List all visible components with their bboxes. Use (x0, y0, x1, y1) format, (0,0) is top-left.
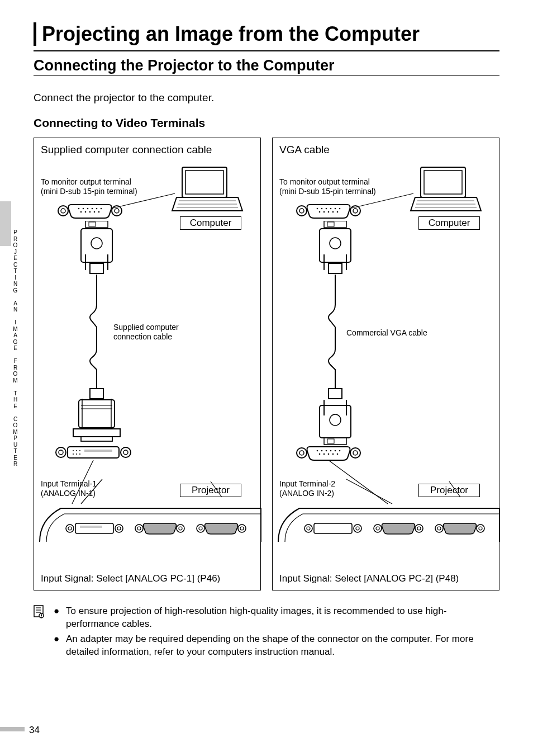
svg-line-115 (329, 460, 388, 504)
svg-point-124 (376, 527, 379, 530)
svg-point-57 (135, 525, 143, 532)
svg-point-114 (337, 453, 339, 455)
panel-right-title: VGA cable (279, 144, 492, 156)
svg-rect-35 (81, 437, 112, 441)
svg-rect-0 (182, 167, 227, 197)
title-block: Projecting an Image from the Computer (34, 22, 499, 46)
laptop-icon (171, 166, 244, 216)
svg-point-104 (317, 450, 318, 452)
svg-rect-22 (89, 222, 96, 226)
leader-bottom-left (54, 460, 255, 505)
svg-point-109 (339, 450, 341, 452)
svg-point-36 (56, 447, 66, 457)
svg-rect-1 (185, 171, 223, 194)
svg-line-20 (113, 193, 175, 208)
svg-point-42 (76, 450, 77, 451)
svg-point-82 (328, 211, 330, 213)
svg-rect-136 (41, 615, 42, 617)
svg-line-85 (352, 193, 413, 208)
svg-point-108 (335, 450, 336, 452)
cable-label-right: Commercial VGA cable (346, 328, 427, 338)
svg-point-100 (297, 448, 307, 458)
svg-rect-66 (424, 171, 462, 194)
svg-point-58 (137, 527, 141, 530)
cable-assembly-right (307, 221, 374, 456)
svg-rect-55 (75, 523, 113, 533)
svg-point-64 (240, 527, 244, 530)
svg-rect-34 (73, 429, 120, 437)
svg-rect-27 (90, 263, 103, 273)
svg-point-81 (323, 211, 325, 213)
svg-point-38 (121, 447, 131, 457)
laptop-icon-right (410, 166, 482, 216)
svg-rect-93 (329, 389, 342, 399)
svg-point-106 (326, 450, 327, 452)
svg-point-41 (73, 450, 74, 451)
note-item-2: ● An adapter may be required depending o… (54, 633, 499, 659)
svg-point-111 (323, 453, 325, 455)
signal-text-right: Input Signal: Select [ANALOG PC-2] (P48) (279, 573, 459, 584)
svg-point-125 (415, 525, 423, 532)
svg-point-103 (353, 451, 358, 455)
svg-point-130 (479, 527, 482, 530)
svg-point-126 (417, 527, 421, 530)
svg-rect-44 (84, 450, 112, 452)
svg-point-127 (435, 525, 443, 532)
svg-point-120 (354, 525, 361, 532)
svg-point-77 (330, 208, 332, 210)
svg-point-80 (319, 211, 321, 213)
panel-left-title: Supplied computer connection cable (41, 144, 254, 156)
svg-point-74 (317, 208, 318, 210)
page-subtitle: Connecting the Projector to the Computer (34, 57, 499, 74)
title-rule (34, 50, 499, 51)
analog-in1-port (54, 445, 132, 460)
svg-point-16 (85, 211, 87, 213)
svg-point-24 (91, 238, 102, 249)
svg-point-60 (179, 527, 182, 530)
svg-point-46 (76, 453, 77, 455)
svg-point-123 (374, 525, 382, 532)
footer-tab (0, 727, 25, 731)
subtitle-rule (34, 75, 499, 76)
svg-point-63 (238, 525, 246, 532)
page-number: 34 (29, 725, 40, 736)
note-text-2: An adapter may be required depending on … (66, 633, 499, 659)
cable-line2: connection cable (113, 332, 179, 342)
leader-bottom-right (293, 460, 494, 505)
notes-block: ● To ensure projection of high-resolutio… (34, 605, 499, 661)
svg-point-11 (87, 208, 89, 210)
svg-rect-122 (314, 523, 352, 533)
svg-point-54 (117, 527, 121, 530)
intro-text: Connect the projector to the computer. (34, 92, 499, 104)
notes-list: ● To ensure projection of high-resolutio… (54, 605, 499, 661)
svg-line-50 (211, 481, 222, 497)
svg-point-110 (319, 453, 321, 455)
svg-line-116 (346, 479, 392, 504)
monitor-line1-r: To monitor output terminal (279, 177, 376, 187)
svg-rect-65 (421, 167, 465, 197)
note-icon (34, 605, 46, 661)
bullet-icon: ● (54, 633, 61, 659)
svg-point-119 (307, 527, 310, 530)
svg-rect-92 (329, 263, 342, 273)
svg-rect-87 (327, 222, 334, 226)
projector-panel-right (277, 503, 501, 543)
cable-line1: Supplied computer (113, 323, 179, 332)
panels-row: Supplied computer connection cable To mo… (34, 138, 499, 590)
computer-label-right: Computer (418, 216, 480, 230)
svg-point-113 (332, 453, 334, 455)
svg-point-45 (73, 453, 74, 455)
page-title: Projecting an Image from the Computer (42, 22, 499, 46)
svg-point-12 (92, 208, 93, 210)
svg-point-61 (197, 525, 204, 532)
svg-point-107 (330, 450, 332, 452)
svg-point-101 (299, 451, 304, 455)
diagram-right: To monitor output terminal (mini D-sub 1… (279, 160, 492, 541)
panel-left: Supplied computer connection cable To mo… (34, 138, 261, 590)
analog-in2-port (295, 445, 362, 461)
svg-point-51 (66, 525, 74, 532)
svg-point-39 (123, 450, 128, 455)
svg-point-137 (41, 617, 42, 618)
svg-point-17 (89, 211, 91, 213)
svg-point-53 (115, 525, 123, 532)
